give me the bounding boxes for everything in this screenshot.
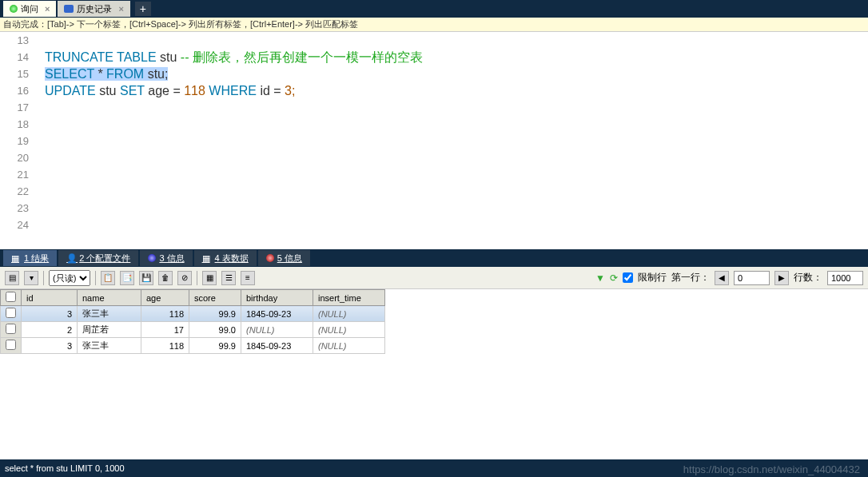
cell-birthday[interactable]: (NULL) xyxy=(241,322,313,338)
firstrow-input[interactable] xyxy=(734,271,770,285)
status-text: select * from stu LIMIT 0, 1000 xyxy=(5,463,125,473)
grid-icon: ▦ xyxy=(11,253,21,263)
cell-name[interactable]: 张三丰 xyxy=(78,306,141,322)
prev-icon[interactable]: ◀ xyxy=(715,271,729,285)
close-icon[interactable]: × xyxy=(45,4,50,14)
cell-name[interactable]: 周芷若 xyxy=(78,322,141,338)
cancel-icon[interactable]: ⊘ xyxy=(177,271,192,285)
table-row[interactable]: 2 周芷若 17 99.0 (NULL) (NULL) xyxy=(1,322,385,338)
cell-score[interactable]: 99.0 xyxy=(189,322,241,338)
row-checkbox[interactable] xyxy=(1,338,22,354)
cell-name[interactable]: 张三丰 xyxy=(78,338,141,354)
col-name[interactable]: name xyxy=(78,290,141,306)
cell-score[interactable]: 99.9 xyxy=(189,306,241,322)
checkbox-header[interactable] xyxy=(1,290,22,306)
info-icon xyxy=(148,254,156,262)
tab-tabledata[interactable]: ▦4 表数据 xyxy=(194,250,257,266)
dropdown-icon[interactable]: ▾ xyxy=(24,271,38,285)
delete-icon[interactable]: 🗑 xyxy=(158,271,173,285)
tab-query-label: 询问 xyxy=(21,3,38,15)
col-age[interactable]: age xyxy=(141,290,189,306)
grid-view-icon[interactable]: ▦ xyxy=(202,271,217,285)
duplicate-icon[interactable]: 📑 xyxy=(120,271,134,285)
result-table: id name age score birthday insert_time 3… xyxy=(0,289,385,354)
form-view-icon[interactable]: ☰ xyxy=(221,271,236,285)
col-insert-time[interactable]: insert_time xyxy=(313,290,385,306)
cell-age[interactable]: 118 xyxy=(141,338,189,354)
tab-results[interactable]: ▦1 结果 xyxy=(3,250,57,266)
save-icon[interactable]: 💾 xyxy=(139,271,153,285)
code-area[interactable]: TRUNCATE TABLE stu -- 删除表，然后再创建一个一模一样的空表… xyxy=(34,32,868,249)
tab-history[interactable]: 历史记录 × xyxy=(58,1,129,17)
rowcount-input[interactable] xyxy=(827,271,863,285)
history-icon xyxy=(64,5,74,13)
tab-profiles[interactable]: 👤2 个配置文件 xyxy=(58,250,138,266)
bottom-tabs: ▦1 结果 👤2 个配置文件 3 信息 ▦4 表数据 5 信息 xyxy=(0,249,868,267)
cell-birthday[interactable]: 1845-09-23 xyxy=(241,338,313,354)
cell-birthday[interactable]: 1845-09-23 xyxy=(241,306,313,322)
cell-id[interactable]: 3 xyxy=(22,338,78,354)
tab-query[interactable]: 询问 × xyxy=(3,1,56,17)
mode-select[interactable]: (只读) xyxy=(49,270,90,286)
profile-icon: 👤 xyxy=(66,253,76,263)
limit-checkbox[interactable] xyxy=(623,272,633,283)
col-birthday[interactable]: birthday xyxy=(241,290,313,306)
top-tabs: 询问 × 历史记录 × + xyxy=(0,0,868,18)
cell-id[interactable]: 2 xyxy=(22,322,78,338)
close-icon[interactable]: × xyxy=(118,4,123,14)
cell-id[interactable]: 3 xyxy=(22,306,78,322)
rowcount-label: 行数： xyxy=(794,271,822,284)
autocomplete-hint: 自动完成：[Tab]-> 下一个标签，[Ctrl+Space]-> 列出所有标签… xyxy=(0,18,868,32)
row-checkbox[interactable] xyxy=(1,306,22,322)
tab-info3[interactable]: 3 信息 xyxy=(140,250,192,266)
result-toolbar: ▤ ▾ (只读) 📋 📑 💾 🗑 ⊘ ▦ ☰ ≡ ▼ ⟳ 限制行 第一行： ◀ … xyxy=(0,267,868,289)
line-gutter: 131415 161718 192021 222324 xyxy=(0,32,34,249)
cell-insert-time[interactable]: (NULL) xyxy=(313,322,385,338)
firstrow-label: 第一行： xyxy=(671,271,710,284)
copy-icon[interactable]: 📋 xyxy=(101,271,115,285)
sql-editor[interactable]: 131415 161718 192021 222324 TRUNCATE TAB… xyxy=(0,32,868,249)
cell-insert-time[interactable]: (NULL) xyxy=(313,306,385,322)
add-tab-button[interactable]: + xyxy=(135,2,151,16)
tab-info5[interactable]: 5 信息 xyxy=(258,250,310,266)
cell-age[interactable]: 118 xyxy=(141,306,189,322)
limit-label: 限制行 xyxy=(638,271,667,284)
filter-icon[interactable]: ▼ xyxy=(595,272,605,284)
export-icon[interactable]: ▤ xyxy=(5,271,19,285)
col-score[interactable]: score xyxy=(189,290,241,306)
tab-history-label: 历史记录 xyxy=(77,3,112,15)
info-icon xyxy=(266,254,274,262)
table-row[interactable]: 3 张三丰 118 99.9 1845-09-23 (NULL) xyxy=(1,338,385,354)
next-icon[interactable]: ▶ xyxy=(774,271,789,285)
watermark: https://blog.csdn.net/weixin_44004432 xyxy=(683,463,860,475)
table-row[interactable]: 3 张三丰 118 99.9 1845-09-23 (NULL) xyxy=(1,306,385,322)
query-icon xyxy=(10,5,18,13)
col-id[interactable]: id xyxy=(22,290,78,306)
refresh-icon[interactable]: ⟳ xyxy=(610,272,618,284)
cell-insert-time[interactable]: (NULL) xyxy=(313,338,385,354)
text-view-icon[interactable]: ≡ xyxy=(241,271,255,285)
cell-age[interactable]: 17 xyxy=(141,322,189,338)
table-icon: ▦ xyxy=(202,253,212,263)
cell-score[interactable]: 99.9 xyxy=(189,338,241,354)
header-row: id name age score birthday insert_time xyxy=(1,290,385,306)
row-checkbox[interactable] xyxy=(1,322,22,338)
